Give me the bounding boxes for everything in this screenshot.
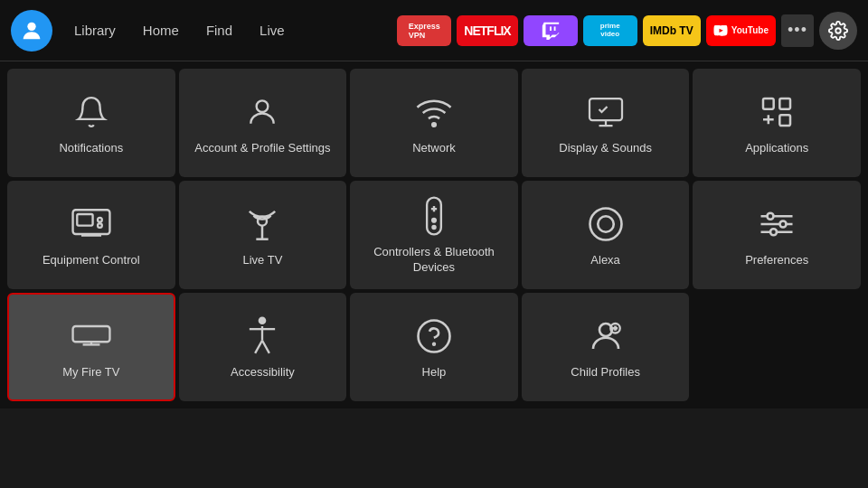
user-avatar[interactable] (11, 10, 52, 52)
app-shortcuts: ExpressVPN NETFLIX primevideo IMDb TV Yo… (397, 12, 857, 50)
svg-point-40 (433, 343, 435, 344)
svg-point-30 (770, 229, 777, 235)
live-tv-label: Live TV (242, 253, 282, 268)
nav-library[interactable]: Library (63, 17, 127, 43)
grid-item-live-tv[interactable]: Live TV (179, 181, 347, 289)
nav-links: Library Home Find Live (63, 17, 296, 43)
svg-rect-9 (780, 115, 791, 126)
app-twitch[interactable] (524, 15, 578, 46)
svg-point-3 (835, 28, 841, 33)
applications-label: Applications (745, 141, 808, 156)
tv-icon (71, 204, 111, 244)
remote-icon (420, 196, 448, 236)
svg-rect-12 (77, 214, 92, 226)
svg-point-39 (418, 320, 449, 352)
help-label: Help (422, 365, 447, 380)
more-apps-button[interactable]: ••• (781, 14, 814, 47)
grid-item-my-fire-tv[interactable]: My Fire TV (7, 293, 175, 401)
svg-line-37 (256, 340, 263, 352)
settings-grid: Notifications Account & Profile Settings… (0, 61, 868, 408)
svg-point-29 (780, 221, 787, 227)
svg-rect-2 (553, 26, 555, 31)
account-profile-label: Account & Profile Settings (194, 141, 330, 156)
alexa-label: Alexa (590, 253, 620, 268)
grid-item-applications[interactable]: Applications (693, 69, 861, 177)
bell-icon (74, 92, 108, 132)
svg-point-13 (98, 217, 102, 221)
child-profiles-label: Child Profiles (571, 365, 640, 380)
nav-home[interactable]: Home (132, 17, 190, 43)
child-profile-icon (587, 316, 625, 356)
grid-item-account-profile[interactable]: Account & Profile Settings (179, 69, 347, 177)
accessibility-icon (245, 316, 279, 356)
sliders-icon (758, 204, 796, 244)
app-expressvpn[interactable]: ExpressVPN (397, 15, 451, 46)
nav-live[interactable]: Live (249, 17, 296, 43)
grid-item-preferences[interactable]: Preferences (693, 181, 861, 289)
svg-rect-31 (72, 326, 109, 342)
svg-line-38 (262, 340, 269, 352)
svg-point-24 (598, 216, 614, 232)
firetv-icon (71, 316, 111, 356)
grid-item-notifications[interactable]: Notifications (7, 69, 175, 177)
svg-point-34 (259, 317, 265, 323)
nav-find[interactable]: Find (195, 17, 243, 43)
preferences-label: Preferences (745, 253, 808, 268)
person-icon (245, 92, 279, 132)
svg-point-21 (432, 219, 436, 222)
grid-item-child-profiles[interactable]: Child Profiles (522, 293, 690, 401)
alexa-icon (587, 204, 625, 244)
grid-item-network[interactable]: Network (350, 69, 518, 177)
svg-point-5 (432, 123, 436, 127)
controllers-bluetooth-label: Controllers & Bluetooth Devices (357, 245, 511, 276)
accessibility-label: Accessibility (231, 365, 295, 380)
grid-item-display-sounds[interactable]: Display & Sounds (522, 69, 690, 177)
app-youtube[interactable]: YouTube (706, 15, 776, 46)
my-fire-tv-label: My Fire TV (62, 365, 119, 380)
svg-rect-8 (780, 99, 791, 109)
svg-point-4 (257, 100, 269, 112)
app-netflix[interactable]: NETFLIX (457, 15, 517, 46)
grid-item-equipment-control[interactable]: Equipment Control (7, 181, 175, 289)
wifi-icon (415, 92, 453, 132)
svg-point-28 (768, 212, 774, 219)
grid-item-help[interactable]: Help (350, 293, 518, 401)
display-sounds-label: Display & Sounds (559, 141, 652, 156)
svg-point-23 (590, 208, 621, 239)
top-navigation: Library Home Find Live ExpressVPN NETFLI… (0, 0, 868, 61)
apps-icon (759, 92, 795, 132)
notifications-label: Notifications (59, 141, 123, 156)
svg-point-22 (432, 226, 435, 229)
help-icon (415, 316, 453, 356)
settings-button[interactable] (819, 12, 857, 50)
equipment-control-label: Equipment Control (42, 253, 140, 268)
antenna-icon (244, 204, 280, 244)
grid-item-controllers-bluetooth[interactable]: Controllers & Bluetooth Devices (350, 181, 518, 289)
app-prime[interactable]: primevideo (583, 15, 637, 46)
svg-point-0 (27, 22, 35, 30)
network-label: Network (412, 141, 456, 156)
svg-point-14 (98, 223, 102, 228)
grid-item-accessibility[interactable]: Accessibility (179, 293, 347, 401)
svg-rect-1 (550, 26, 552, 31)
app-imdb[interactable]: IMDb TV (643, 15, 701, 46)
display-icon (587, 92, 625, 132)
grid-item-alexa[interactable]: Alexa (522, 181, 690, 289)
svg-rect-7 (763, 99, 774, 109)
